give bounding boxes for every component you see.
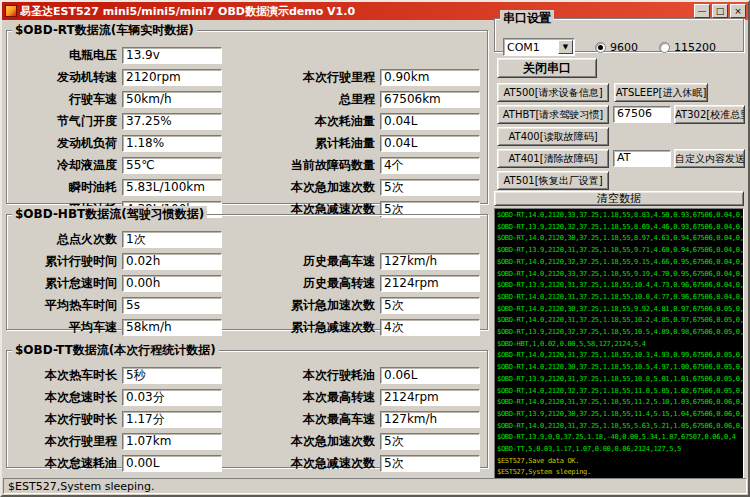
obd-hbt-column-1: 总点火次数1次累计行驶时间0.02h累计怠速时间0.00h平均热车时间5s平均车… [11,231,222,336]
field-label: 平均热车时间 [11,297,117,314]
field-value[interactable]: 5秒 [122,367,222,384]
custom-command-input[interactable]: AT [613,150,671,167]
field-row: 本次行驶耗油0.06L [245,367,480,384]
field-row: 本次怠速时长0.03分 [11,389,222,406]
field-label: 电瓶电压 [11,47,117,64]
field-value[interactable]: 5次 [380,433,480,450]
field-value[interactable]: 5次 [380,179,480,196]
field-label: 本次热车时长 [11,367,117,384]
baud-115200-label: 115200 [674,41,716,54]
athbt-request-habit-button[interactable]: ATHBT[请求驾驶习惯] [497,105,609,124]
field-value[interactable]: 0.00L [122,455,222,472]
field-row: 本次行驶里程1.07km [11,433,222,450]
field-label: 本次急加速次数 [245,433,375,450]
field-label: 行驶车速 [11,91,117,108]
at500-request-device-info-button[interactable]: AT500[请求设备信息] [497,83,609,102]
field-label: 本次最高车速 [245,411,375,428]
obd-rt-column-2: 本次行驶里程0.90km总里程67506km本次耗油量0.04L累计耗油量0.0… [245,69,480,218]
field-row: 本次急加速次数5次 [245,433,480,450]
field-value[interactable]: 1次 [122,231,222,248]
field-value[interactable]: 67506km [380,91,480,108]
field-value[interactable]: 0.04L [380,135,480,152]
field-value[interactable]: 50km/h [122,91,222,108]
field-value[interactable]: 127km/h [380,411,480,428]
baud-9600-radio[interactable]: 9600 [595,41,638,54]
field-value[interactable]: 5s [122,297,222,314]
field-value[interactable]: 13.9v [122,47,222,64]
field-row: 平均热车时间5s [11,297,222,314]
field-value[interactable]: 0.06L [380,367,480,384]
com-port-value: COM1 [504,41,558,54]
at501-factory-reset-button[interactable]: AT501[恢复出厂设置] [497,171,609,190]
odometer-input[interactable]: 67506 [613,106,671,123]
field-label: 累计耗油量 [245,135,375,152]
field-value[interactable]: 1.17分 [122,411,222,428]
obd-rt-column-1: 电瓶电压13.9v发动机转速2120rpm行驶车速50km/h节气门开度37.2… [11,47,222,218]
field-value[interactable]: 2124rpm [380,275,480,292]
field-label: 本次怠速耗油 [11,455,117,472]
field-value[interactable]: 2124rpm [380,389,480,406]
field-row: 历史最高转速2124rpm [245,275,480,292]
field-row: 冷却液温度55℃ [11,157,222,174]
field-row: 电瓶电压13.9v [11,47,222,64]
field-label: 本次耗油量 [245,113,375,130]
field-value[interactable]: 0.02h [122,253,222,270]
field-label: 瞬时油耗 [11,179,117,196]
terminal-line: $OBD-RT,13.9,2120,31,37.25,1.18,55,9.71,… [497,245,743,257]
field-row: 累计耗油量0.04L [245,135,480,152]
field-label: 发动机转速 [11,69,117,86]
field-value[interactable]: 37.25% [122,113,222,130]
field-label: 本次急加速次数 [245,179,375,196]
terminal-line: $OBD-RT,14.0,2120,30,37.25,1.18,55,8.97,… [497,233,743,245]
field-row: 当前故障码数量4个 [245,157,480,174]
field-row: 瞬时油耗5.83L/100km [11,179,222,196]
chevron-down-icon[interactable]: ▼ [558,40,573,54]
terminal-line: $OBD-RT,14.0,2120,31,37.25,1.18,55,10.3,… [497,350,743,362]
com-port-select[interactable]: COM1 ▼ [503,38,575,56]
field-row: 发动机负荷1.18% [11,135,222,152]
field-row: 节气门开度37.25% [11,113,222,130]
group-obd-tt-title: $OBD-TT数据流(本次行程统计数据) [12,342,219,359]
field-value[interactable]: 4个 [380,157,480,174]
terminal-line: $OBD-RT,14.0,2120,33,37.25,1.18,55,8.83,… [497,210,743,222]
field-value[interactable]: 2120rpm [122,69,222,86]
field-label: 平均车速 [11,319,117,336]
custom-send-button[interactable]: 自定义内容发送 [674,149,745,168]
field-value[interactable]: 55℃ [122,157,222,174]
field-value[interactable]: 0.90km [380,69,480,86]
close-serial-button[interactable]: 关闭串口 [497,58,597,78]
field-value[interactable]: 0.03分 [122,389,222,406]
terminal-line: $OBD-RT,14.0,2120,31,37.25,1.18,55,10.0,… [497,292,743,304]
group-obd-hbt: $OBD-HBT数据流(驾驶习惯数据) 总点火次数1次累计行驶时间0.02h累计… [6,206,488,330]
group-obd-hbt-title: $OBD-HBT数据流(驾驶习惯数据) [12,206,207,223]
field-label: 冷却液温度 [11,157,117,174]
field-value[interactable]: 5次 [380,455,480,472]
field-row: 本次行驶里程0.90km [245,69,480,86]
field-label: 历史最高转速 [245,275,375,292]
clear-data-button[interactable]: 清空数据 [494,191,744,206]
at302-calibrate-odometer-button[interactable]: AT302[校准总里程] [674,105,745,124]
terminal-log[interactable]: $OBD-RT,14.0,2120,33,37.25,1.18,55,8.83,… [494,208,744,479]
field-value[interactable]: 1.18% [122,135,222,152]
at400-read-dtc-button[interactable]: AT400[读取故障码] [497,127,609,146]
field-value[interactable]: 0.00h [122,275,222,292]
at401-clear-dtc-button[interactable]: AT401[清除故障码] [497,149,609,168]
baud-115200-radio[interactable]: 115200 [659,41,716,54]
field-value[interactable]: 58km/h [122,319,222,336]
group-serial-settings: 串口设置 COM1 ▼ 9600 115200 [494,10,744,52]
field-row: 本次最高车速127km/h [245,411,480,428]
terminal-line: $OBD-RT,13.9,2120,32,37.25,1.18,55,8.69,… [497,222,743,234]
field-value[interactable]: 4次 [380,319,480,336]
field-label: 本次行驶里程 [11,433,117,450]
field-value[interactable]: 5.83L/100km [122,179,222,196]
field-label: 本次行驶耗油 [245,367,375,384]
terminal-line: $OBD-RT,14.0,2120,32,37.25,1.18,55,11.0,… [497,386,743,398]
group-obd-rt: $OBD-RT数据流(车辆实时数据) 电瓶电压13.9v发动机转速2120rpm… [6,22,488,204]
field-label: 总里程 [245,91,375,108]
field-value[interactable]: 0.04L [380,113,480,130]
atsleep-enter-sleep-button[interactable]: ATSLEEP[进入休眠] [614,83,708,102]
field-value[interactable]: 5次 [380,297,480,314]
field-value[interactable]: 1.07km [122,433,222,450]
field-value[interactable]: 127km/h [380,253,480,270]
field-label: 当前故障码数量 [245,157,375,174]
